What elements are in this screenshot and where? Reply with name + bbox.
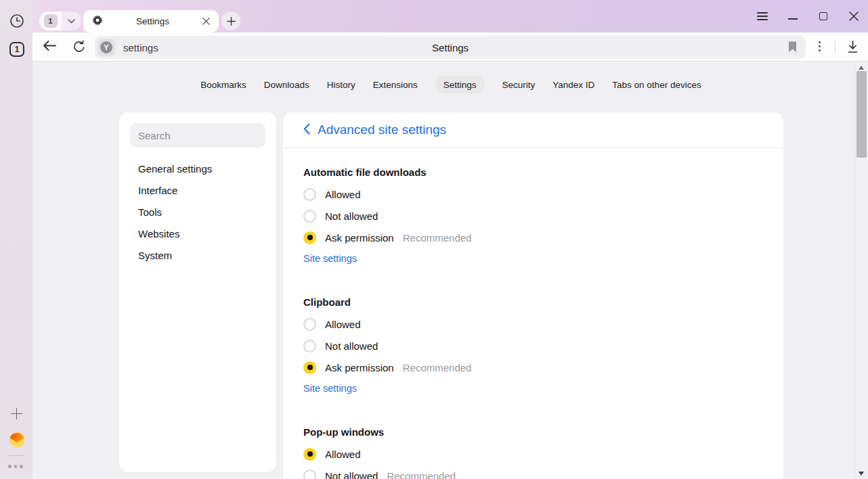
reload-icon[interactable]	[72, 40, 86, 56]
page-content: Bookmarks Downloads History Extensions S…	[32, 62, 854, 479]
option-note: Recommended	[403, 232, 472, 244]
option-label: Allowed	[325, 319, 361, 330]
tab-group-label: 1	[15, 45, 20, 54]
add-panel-icon[interactable]	[11, 408, 22, 419]
tab-counter-badge: 1	[44, 14, 58, 28]
more-dots-icon[interactable]	[8, 465, 23, 468]
site-settings-link[interactable]: Site settings	[303, 252, 357, 265]
radio-option[interactable]: Not allowed	[303, 205, 763, 227]
tab-counter-control[interactable]: 1	[39, 12, 81, 30]
tab-counter[interactable]: 1	[39, 12, 62, 30]
section-popup-windows: Pop-up windows Allowed Not allowed Recom…	[303, 426, 763, 479]
minimize-icon[interactable]	[787, 11, 798, 22]
option-label: Ask permission	[325, 362, 394, 373]
option-label: Ask permission	[325, 232, 394, 244]
plus-icon	[227, 17, 236, 26]
advanced-site-settings-panel: Advanced site settings Automatic file do…	[283, 112, 783, 479]
panel-header[interactable]: Advanced site settings	[283, 112, 783, 148]
section-title: Clipboard	[303, 296, 763, 309]
radio-selected-icon[interactable]	[303, 231, 316, 244]
url-text[interactable]: settings	[123, 42, 158, 53]
menu-icon[interactable]	[757, 11, 768, 22]
radio-unselected-icon[interactable]	[303, 188, 316, 201]
back-icon[interactable]	[42, 40, 57, 54]
vertical-scrollbar[interactable]	[854, 62, 868, 479]
sidebar-item-general-settings[interactable]: General settings	[119, 158, 276, 180]
chevron-down-icon	[68, 19, 75, 24]
sidebar-item-tools[interactable]: Tools	[119, 202, 276, 223]
panel-body: Automatic file downloads Allowed Not all…	[283, 148, 783, 479]
maximize-icon[interactable]	[818, 11, 829, 22]
option-label: Not allowed	[325, 210, 378, 222]
scroll-up-arrow-icon[interactable]	[859, 66, 864, 70]
history-clock-icon[interactable]	[9, 14, 24, 28]
site-favicon[interactable]: Y	[97, 39, 115, 56]
yandex-browser-logo-icon[interactable]	[9, 432, 25, 448]
page-title-centered: Settings	[95, 42, 806, 53]
nav-bookmarks[interactable]: Bookmarks	[200, 80, 246, 90]
nav-extensions[interactable]: Extensions	[373, 80, 418, 90]
sidebar-list: General settings Interface Tools Website…	[119, 158, 276, 267]
window-controls	[757, 0, 859, 32]
nav-downloads[interactable]: Downloads	[264, 80, 309, 90]
tab-title: Settings	[103, 16, 202, 26]
radio-option[interactable]: Allowed	[303, 443, 763, 465]
site-settings-link[interactable]: Site settings	[303, 382, 357, 394]
nav-history[interactable]: History	[327, 80, 355, 90]
kebab-menu-icon[interactable]	[815, 41, 823, 51]
section-title: Pop-up windows	[303, 426, 763, 439]
option-label: Not allowed	[325, 470, 378, 479]
radio-option[interactable]: Allowed	[303, 183, 763, 205]
yandex-y-icon: Y	[100, 41, 112, 53]
radio-selected-icon[interactable]	[303, 361, 316, 374]
bookmark-flag-icon[interactable]	[788, 41, 797, 55]
radio-option[interactable]: Ask permission Recommended	[303, 357, 763, 378]
side-rail: 1	[0, 0, 32, 479]
sidebar-item-interface[interactable]: Interface	[119, 180, 276, 202]
option-label: Allowed	[325, 189, 361, 200]
chevron-left-icon	[303, 123, 310, 137]
option-note: Recommended	[403, 362, 472, 373]
gear-icon	[92, 15, 103, 28]
radio-selected-icon[interactable]	[303, 448, 316, 461]
rail-divider	[9, 455, 24, 456]
scrollbar-thumb[interactable]	[856, 71, 867, 158]
page-title[interactable]: Advanced site settings	[318, 122, 446, 137]
active-tab-settings[interactable]: Settings	[83, 10, 219, 32]
window-close-icon[interactable]	[848, 11, 859, 22]
section-automatic-file-downloads: Automatic file downloads Allowed Not all…	[303, 166, 763, 265]
nav-yandex-id[interactable]: Yandex ID	[552, 80, 594, 90]
settings-top-nav: Bookmarks Downloads History Extensions S…	[47, 76, 854, 93]
radio-option[interactable]: Allowed	[303, 313, 763, 335]
scroll-down-arrow-icon[interactable]	[859, 472, 864, 476]
nav-settings[interactable]: Settings	[435, 76, 485, 93]
section-title: Automatic file downloads	[303, 166, 763, 179]
radio-unselected-icon[interactable]	[303, 470, 316, 479]
option-label: Not allowed	[325, 340, 378, 352]
option-label: Allowed	[325, 449, 361, 460]
settings-sidebar: General settings Interface Tools Website…	[119, 112, 276, 472]
radio-option[interactable]: Not allowed Recommended	[303, 465, 763, 479]
downloads-icon[interactable]	[847, 41, 859, 56]
new-tab-button[interactable]	[221, 12, 240, 30]
radio-unselected-icon[interactable]	[303, 340, 316, 352]
option-note: Recommended	[387, 470, 456, 479]
radio-unselected-icon[interactable]	[303, 318, 316, 331]
nav-tabs-other-devices[interactable]: Tabs on other devices	[612, 80, 701, 90]
nav-security[interactable]: Security	[502, 80, 536, 90]
sidebar-item-websites[interactable]: Websites	[119, 223, 276, 245]
address-toolbar: Y settings Settings	[32, 32, 868, 62]
tab-list-dropdown[interactable]	[62, 12, 81, 30]
sidebar-item-system[interactable]: System	[119, 245, 276, 267]
radio-option[interactable]: Not allowed	[303, 335, 763, 357]
address-bar[interactable]: Y settings Settings	[95, 36, 806, 59]
tab-strip: 1 Settings	[32, 0, 868, 32]
search-input[interactable]	[130, 130, 265, 141]
tab-close-icon[interactable]	[202, 16, 210, 28]
search-box[interactable]	[130, 123, 265, 147]
section-clipboard: Clipboard Allowed Not allowed Ask permis…	[303, 296, 763, 394]
radio-option[interactable]: Ask permission Recommended	[303, 227, 763, 248]
radio-unselected-icon[interactable]	[303, 210, 316, 223]
tab-group-button[interactable]: 1	[9, 42, 24, 57]
toolbar-divider	[835, 40, 836, 54]
